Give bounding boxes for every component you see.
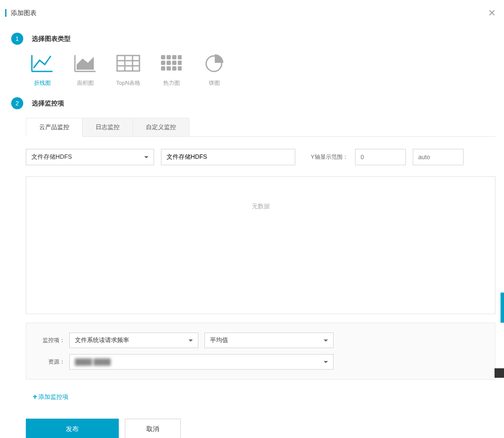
tab-log-monitor[interactable]: 日志监控 <box>82 118 133 136</box>
chart-type-topn-table[interactable]: TopN表格 <box>114 53 142 87</box>
resource-select[interactable]: ████ ████ <box>69 354 334 370</box>
product-select[interactable]: 文件存储HDFS <box>26 149 154 165</box>
yaxis-range-label: Y轴显示范围： <box>311 153 348 161</box>
monitor-item-config: 监控项： 文件系统读请求频率 平均值 资源： ████ ████ <box>26 323 495 379</box>
chevron-down-icon <box>189 339 193 342</box>
chart-type-label: 饼图 <box>209 79 220 87</box>
chevron-down-icon <box>324 361 328 363</box>
close-icon[interactable]: × <box>489 7 495 19</box>
scroll-handle[interactable] <box>495 368 504 378</box>
empty-state-text: 无数据 <box>252 203 270 210</box>
yaxis-max-input[interactable] <box>413 149 464 165</box>
yaxis-min-input[interactable] <box>355 149 406 165</box>
svg-rect-15 <box>172 66 176 71</box>
resource-label: 资源： <box>35 358 65 366</box>
area-chart-icon <box>73 53 97 73</box>
cancel-button[interactable]: 取消 <box>125 419 181 438</box>
title-accent-bar <box>5 9 6 17</box>
chart-preview: 无数据 <box>26 176 495 314</box>
step-2-header: 2 选择监控项 <box>11 97 495 109</box>
metric-label: 监控项： <box>35 336 65 344</box>
aggregation-select[interactable]: 平均值 <box>204 333 334 348</box>
svg-rect-6 <box>167 55 171 59</box>
svg-rect-14 <box>167 66 171 71</box>
svg-rect-13 <box>161 66 165 71</box>
chart-type-list: 折线图 面积图 TopN表格 热力图 <box>28 53 495 87</box>
monitor-source-tabs: 云产品监控 日志监控 自定义监控 <box>26 118 495 137</box>
chart-type-area[interactable]: 面积图 <box>71 53 99 87</box>
svg-rect-8 <box>178 55 182 59</box>
add-monitor-item-button[interactable]: + 添加监控项 <box>33 392 68 401</box>
pie-chart-icon <box>202 53 226 73</box>
svg-rect-5 <box>161 55 165 59</box>
plus-icon: + <box>33 392 37 401</box>
publish-button[interactable]: 发布 <box>26 419 119 438</box>
dialog-footer: 发布 取消 <box>26 419 495 438</box>
chart-type-label: 折线图 <box>34 79 51 87</box>
chevron-down-icon <box>324 339 328 342</box>
chart-type-label: TopN表格 <box>116 79 140 87</box>
chevron-down-icon <box>144 156 148 158</box>
metric-select[interactable]: 文件系统读请求频率 <box>69 333 198 348</box>
add-monitor-label: 添加监控项 <box>38 393 68 401</box>
product-select-value: 文件存储HDFS <box>31 153 72 161</box>
svg-rect-0 <box>117 56 139 71</box>
dialog-header: 添加图表 × <box>0 0 504 26</box>
step-1-title: 选择图表类型 <box>32 35 71 43</box>
svg-rect-16 <box>178 66 182 71</box>
table-icon <box>116 53 140 73</box>
chart-type-line[interactable]: 折线图 <box>28 53 56 87</box>
tab-cloud-product[interactable]: 云产品监控 <box>26 118 83 137</box>
chart-type-label: 热力图 <box>163 79 180 87</box>
svg-rect-10 <box>167 61 171 65</box>
aggregation-select-value: 平均值 <box>210 336 228 344</box>
chart-title-input[interactable] <box>161 149 295 165</box>
heatmap-icon <box>159 53 183 73</box>
step-1-header: 1 选择图表类型 <box>11 33 495 45</box>
line-chart-icon <box>30 53 54 73</box>
svg-rect-7 <box>172 55 176 59</box>
step-2-title: 选择监控项 <box>32 99 64 108</box>
svg-rect-12 <box>178 61 182 65</box>
step-1-number: 1 <box>11 33 23 45</box>
chart-config-row: 文件存储HDFS Y轴显示范围： <box>26 149 495 165</box>
svg-rect-11 <box>172 61 176 65</box>
metric-select-value: 文件系统读请求频率 <box>75 336 129 344</box>
resource-select-value: ████ ████ <box>75 358 111 365</box>
chart-type-label: 面积图 <box>77 79 94 87</box>
step-2-number: 2 <box>11 97 23 109</box>
svg-rect-9 <box>161 61 165 65</box>
chart-type-heatmap[interactable]: 热力图 <box>158 53 185 87</box>
scrollbar-thumb[interactable] <box>501 293 504 323</box>
tab-custom-monitor[interactable]: 自定义监控 <box>133 118 189 136</box>
dialog-title: 添加图表 <box>11 9 37 17</box>
chart-type-pie[interactable]: 饼图 <box>201 53 228 87</box>
